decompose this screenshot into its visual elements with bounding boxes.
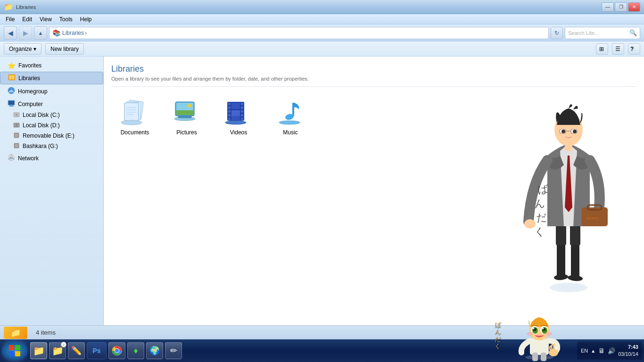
library-videos[interactable]: Videos: [220, 99, 257, 136]
svg-point-58: [554, 274, 569, 281]
star-icon: ⭐: [8, 62, 16, 69]
action-bar: Organize ▾ New library ⊞ ☰ ?: [0, 41, 644, 57]
tray-network-icon[interactable]: 🖥: [598, 347, 605, 354]
help-button[interactable]: ?: [628, 43, 640, 55]
svg-rect-46: [241, 114, 243, 116]
sidebar-item-computer[interactable]: Computer: [0, 98, 103, 110]
menu-bar: File Edit View Tools Help: [0, 14, 644, 25]
forward-button[interactable]: ▶: [19, 26, 32, 40]
organize-button[interactable]: Organize ▾: [4, 43, 41, 55]
close-button[interactable]: ✕: [628, 2, 640, 12]
svg-rect-47: [241, 118, 243, 120]
new-library-button[interactable]: New library: [45, 43, 84, 55]
search-icon: 🔍: [629, 29, 637, 36]
tray-volume-icon[interactable]: 🔊: [608, 347, 615, 354]
svg-point-55: [550, 283, 587, 292]
restore-button[interactable]: ❐: [615, 2, 627, 12]
drive-e-icon: [13, 132, 20, 140]
breadcrumb-libraries[interactable]: Libraries: [62, 30, 84, 36]
svg-text:く: く: [534, 225, 545, 238]
minimize-button[interactable]: —: [602, 2, 614, 12]
svg-text:だ: だ: [536, 211, 547, 224]
drive-g-icon: [13, 142, 20, 150]
sidebar-item-libraries[interactable]: Libraries: [0, 72, 103, 84]
sidebar-network-section: Network: [0, 152, 103, 164]
sidebar-drive-c[interactable]: Local Disk (C:): [0, 110, 103, 120]
svg-point-88: [115, 349, 119, 353]
menu-help[interactable]: Help: [76, 15, 96, 24]
up-button[interactable]: ▲: [34, 26, 47, 40]
address-bar[interactable]: 📚 Libraries ›: [49, 27, 549, 39]
sidebar-drive-d[interactable]: Local Disk (D:): [0, 120, 103, 131]
svg-rect-41: [228, 114, 231, 116]
documents-icon-visual: [120, 99, 150, 127]
sidebar-item-favorites[interactable]: ⭐ Favorites: [0, 60, 103, 71]
svg-rect-66: [565, 141, 572, 151]
taskbar-app1[interactable]: ♦: [127, 342, 144, 359]
svg-rect-45: [241, 110, 243, 113]
taskbar-explorer-1[interactable]: 📁: [30, 342, 47, 359]
taskbar-photoshop[interactable]: Ps: [87, 342, 107, 359]
svg-point-102: [542, 328, 544, 329]
sidebar-libraries-section: Libraries: [0, 72, 103, 84]
library-music[interactable]: Music: [272, 99, 309, 136]
svg-rect-38: [228, 103, 231, 105]
title-bar: 📁 Libraries — ❐ ✕: [0, 0, 644, 14]
svg-point-104: [545, 332, 552, 336]
taskbar-anime: ばんだく: [492, 339, 577, 362]
sidebar-drive-e[interactable]: Removable Disk (E:): [0, 131, 103, 141]
refresh-button[interactable]: ↻: [551, 27, 563, 39]
taskbar-app3[interactable]: ✏: [165, 342, 182, 359]
library-documents[interactable]: Documents: [116, 99, 154, 136]
toolbar: ◀ ▶ ▲ 📚 Libraries › ↻ Search Libr... 🔍: [0, 25, 644, 41]
svg-rect-81: [9, 345, 14, 350]
svg-rect-40: [228, 110, 231, 113]
menu-file[interactable]: File: [2, 15, 18, 24]
search-box[interactable]: Search Libr... 🔍: [565, 27, 640, 39]
sidebar-drive-g[interactable]: Bashkara (G:): [0, 141, 103, 151]
back-button[interactable]: ◀: [4, 26, 17, 40]
start-button[interactable]: [2, 341, 27, 360]
svg-rect-57: [571, 222, 579, 278]
svg-rect-43: [241, 103, 243, 105]
svg-rect-83: [9, 351, 14, 356]
svg-rect-6: [8, 101, 14, 105]
menu-tools[interactable]: Tools: [56, 15, 76, 24]
svg-rect-61: [570, 222, 580, 245]
svg-rect-84: [15, 351, 20, 356]
pictures-label: Pictures: [176, 129, 197, 136]
drive-d-icon: [13, 122, 20, 129]
svg-rect-90: [530, 338, 549, 355]
svg-point-51: [225, 121, 246, 124]
sidebar-item-homegroup[interactable]: Homegroup: [0, 85, 103, 97]
svg-rect-92: [532, 353, 538, 361]
svg-rect-17: [15, 133, 18, 137]
svg-rect-39: [228, 107, 231, 109]
tray-language[interactable]: EN: [581, 348, 588, 354]
item-count: 4 items: [36, 329, 56, 336]
videos-label: Videos: [230, 129, 247, 136]
svg-point-12: [16, 115, 17, 115]
menu-edit[interactable]: Edit: [18, 15, 36, 24]
svg-rect-36: [178, 116, 191, 118]
tray-expand[interactable]: ▲: [591, 348, 595, 354]
tray-time[interactable]: 7:43 03/10/14: [618, 344, 638, 358]
view-detail-button[interactable]: ☰: [612, 43, 624, 55]
taskbar-explorer-2[interactable]: 📁↕: [49, 342, 66, 359]
content-area: Libraries Open a library to see your fil…: [104, 57, 644, 325]
svg-point-30: [121, 120, 142, 125]
videos-icon-visual: [223, 99, 254, 127]
taskbar-tools[interactable]: ✏️: [68, 342, 85, 359]
svg-rect-52: [292, 103, 294, 116]
taskbar-chrome[interactable]: [108, 342, 125, 359]
svg-rect-64: [587, 205, 602, 210]
homegroup-icon: [8, 87, 15, 96]
sidebar-item-network[interactable]: Network: [0, 152, 103, 164]
system-tray: EN ▲ 🖥 🔊 7:43 03/10/14: [577, 342, 642, 360]
view-large-button[interactable]: ⊞: [596, 43, 608, 55]
svg-point-103: [527, 332, 533, 336]
taskbar-app2[interactable]: 🌍: [146, 342, 163, 359]
menu-view[interactable]: View: [36, 15, 56, 24]
svg-rect-7: [9, 105, 13, 106]
library-pictures[interactable]: Pictures: [168, 99, 206, 136]
